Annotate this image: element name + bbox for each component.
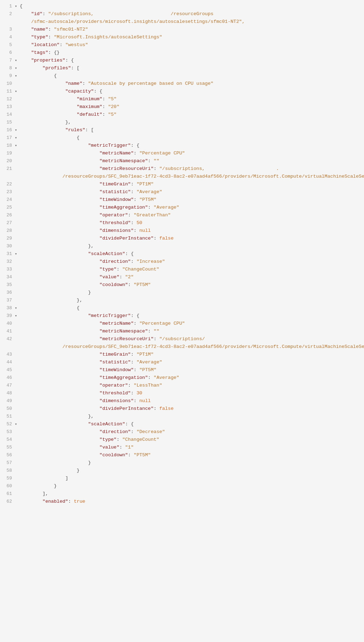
line-number: 28 [0, 227, 15, 234]
table-row: 40 "metricName": "Percentage CPU" [0, 320, 364, 328]
line-number: 19 [0, 150, 15, 157]
table-row: 61 ], [0, 490, 364, 498]
line-content: "timeWindow": "PT5M" [20, 196, 364, 204]
table-row: 1▾{ [0, 3, 364, 11]
line-content: "scaleAction": { [20, 421, 364, 428]
line-content: { [20, 3, 364, 10]
table-row: 28 "dimensions": null [0, 227, 364, 235]
table-row: 47 "operator": "LessThan" [0, 382, 364, 390]
table-row: 49 "dimensions": null [0, 398, 364, 405]
table-row: 18▾ "metricTrigger": { [0, 142, 364, 150]
line-number: 54 [0, 436, 15, 443]
line-content: "metricNamespace": "" [20, 158, 364, 165]
collapse-arrow [15, 413, 20, 414]
line-number: 10 [0, 80, 15, 87]
line-content: } [20, 467, 364, 475]
line-number: 41 [0, 328, 15, 335]
line-content: "dividePerInstance": false [20, 405, 364, 413]
line-number: 23 [0, 189, 15, 196]
line-content: "timeAggregation": "Average" [20, 374, 364, 382]
collapse-arrow [15, 212, 20, 212]
collapse-arrow[interactable]: ▾ [15, 134, 20, 141]
collapse-arrow [15, 243, 20, 243]
collapse-arrow [15, 374, 20, 375]
collapse-arrow[interactable]: ▾ [15, 127, 20, 133]
table-row: 22 "timeGrain": "PT1M" [0, 181, 364, 189]
line-content: "type": "Microsoft.Insights/autoscaleSet… [20, 34, 364, 41]
line-content: "profiles": [ [20, 65, 364, 72]
collapse-arrow [15, 297, 20, 298]
line-number: 61 [0, 490, 15, 497]
table-row: 60 } [0, 483, 364, 490]
line-number: 14 [0, 111, 15, 118]
line-content: "name": "sfmc01-NT2" [20, 26, 364, 33]
collapse-arrow [15, 289, 20, 290]
table-row: 24 "timeWindow": "PT5M" [0, 196, 364, 204]
line-content: "rules": [ [20, 127, 364, 134]
table-row: 33 "type": "ChangeCount" [0, 266, 364, 274]
table-row: 10 "name": "Autoscale by percentage base… [0, 80, 364, 88]
table-row: 35 "cooldown": "PT5M" [0, 281, 364, 289]
line-number: 27 [0, 220, 15, 227]
table-row: 41 "metricNamespace": "" [0, 328, 364, 336]
collapse-arrow[interactable]: ▾ [15, 305, 20, 311]
line-number: 34 [0, 274, 15, 281]
table-row: 4 "type": "Microsoft.Insights/autoscaleS… [0, 34, 364, 42]
line-content: "metricNamespace": "" [20, 328, 364, 335]
line-number: 1 [0, 3, 15, 10]
table-row: 34 "value": "2" [0, 274, 364, 281]
line-content: { [20, 305, 364, 312]
collapse-arrow[interactable]: ▾ [15, 421, 20, 427]
collapse-arrow [15, 235, 20, 236]
collapse-arrow[interactable]: ▾ [15, 3, 20, 9]
line-number: 53 [0, 428, 15, 436]
collapse-arrow [15, 444, 20, 445]
collapse-arrow [15, 196, 20, 197]
collapse-arrow [15, 96, 20, 96]
line-content: "scaleAction": { [20, 250, 364, 258]
collapse-arrow[interactable]: ▾ [15, 57, 20, 64]
collapse-arrow [15, 367, 20, 367]
line-number: 13 [0, 103, 15, 110]
table-row: 39▾ "metricTrigger": { [0, 312, 364, 320]
line-number: 36 [0, 289, 15, 296]
collapse-arrow[interactable]: ▾ [15, 142, 20, 149]
collapse-arrow [15, 351, 20, 352]
collapse-arrow [15, 452, 20, 452]
line-number: 55 [0, 444, 15, 451]
collapse-arrow[interactable]: ▾ [15, 72, 20, 79]
collapse-arrow [15, 204, 20, 205]
line-number: 15 [0, 119, 15, 126]
line-number: 52 [0, 421, 15, 428]
line-content: }, [20, 119, 364, 126]
table-row: 44 "statistic": "Average" [0, 359, 364, 367]
collapse-arrow[interactable]: ▾ [15, 312, 20, 319]
line-content: "timeGrain": "PT1M" [20, 351, 364, 358]
line-content: "direction": "Increase" [20, 258, 364, 266]
table-row: 42 "metricResourceUri": "/subscriptions/ [0, 336, 364, 343]
line-content: "location": "westus" [20, 42, 364, 49]
line-content: "direction": "Decrease" [20, 428, 364, 436]
collapse-arrow[interactable]: ▾ [15, 88, 20, 95]
line-content: "metricName": "Percentage CPU" [20, 320, 364, 328]
collapse-arrow [15, 490, 20, 491]
collapse-arrow [15, 26, 20, 27]
line-content: ] [20, 475, 364, 482]
table-row: 15 }, [0, 119, 364, 127]
line-number: 37 [0, 297, 15, 304]
line-number: 47 [0, 382, 15, 389]
line-content: "cooldown": "PT5M" [20, 452, 364, 459]
line-content: { [20, 134, 364, 142]
line-number: 48 [0, 390, 15, 397]
table-row: 19 "metricName": "Percentage CPU" [0, 150, 364, 158]
table-row: 12 "minimum": "5" [0, 96, 364, 103]
collapse-arrow [15, 80, 20, 81]
collapse-arrow [15, 475, 20, 476]
line-content: "metricResourceUri": "/subscriptions/ [20, 336, 364, 343]
line-content: "type": "ChangeCount" [20, 436, 364, 444]
table-row: 8▾ "profiles": [ [0, 65, 364, 72]
line-number: 39 [0, 312, 15, 319]
collapse-arrow [15, 227, 20, 228]
collapse-arrow[interactable]: ▾ [15, 65, 20, 71]
collapse-arrow[interactable]: ▾ [15, 250, 20, 257]
